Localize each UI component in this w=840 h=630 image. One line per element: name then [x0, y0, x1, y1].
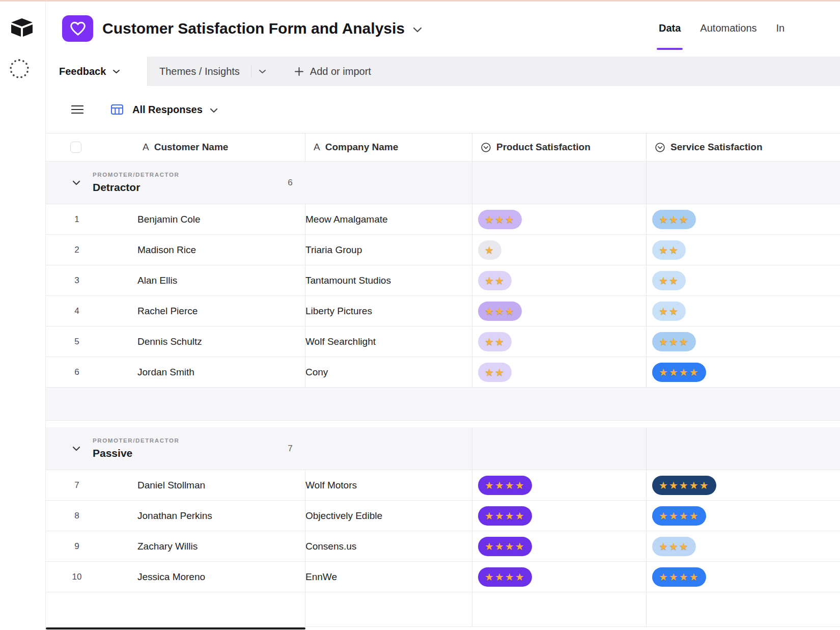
group-name: Detractor: [93, 181, 179, 194]
horizontal-scrollbar-thumb[interactable]: [46, 627, 305, 629]
table-row[interactable]: 5Dennis SchultzWolf Searchlight★★★★★: [46, 326, 840, 357]
row-number: 9: [70, 541, 83, 552]
select-all-checkbox[interactable]: [70, 142, 81, 153]
service-rating-pill[interactable]: ★★★★★: [652, 476, 716, 495]
table-row[interactable]: 7Daniel StollmanWolf Motors★★★★★★★★★: [46, 470, 840, 501]
service-rating-pill[interactable]: ★★★: [652, 537, 696, 556]
app-header: Customer Satisfaction Form and Analysis …: [46, 0, 840, 57]
column-label: Service Satisfaction: [670, 142, 763, 153]
tab-feedback[interactable]: Feedback: [46, 57, 148, 86]
row-number: 4: [70, 306, 83, 316]
customer-name-cell: Rachel Pierce: [137, 306, 198, 317]
app-window: Customer Satisfaction Form and Analysis …: [0, 0, 840, 630]
tab-themes-insights[interactable]: Themes / Insights: [159, 65, 266, 77]
dotted-circle-icon[interactable]: [10, 59, 29, 78]
grid-view-icon: [111, 104, 123, 115]
nav-interfaces[interactable]: Interfaces: [774, 0, 785, 57]
service-rating-pill[interactable]: ★★★★: [652, 567, 706, 587]
service-rating-pill[interactable]: ★★: [652, 271, 686, 290]
customer-name-cell: Dennis Schultz: [137, 336, 202, 347]
service-rating-pill[interactable]: ★★★: [652, 332, 696, 351]
add-or-import-button[interactable]: Add or import: [295, 66, 371, 77]
table-row: [46, 592, 840, 627]
product-rating-pill[interactable]: ★★★★: [478, 476, 532, 495]
row-number: 2: [70, 245, 83, 255]
product-rating-pill[interactable]: ★★★: [478, 302, 522, 321]
company-name-cell: Wolf Motors: [305, 480, 357, 491]
nav-automations[interactable]: Automations: [698, 0, 759, 57]
company-name-cell: EnnWe: [305, 571, 337, 583]
product-rating-pill[interactable]: ★: [478, 240, 501, 260]
chevron-down-icon: [113, 69, 120, 74]
company-name-cell: Tantamount Studios: [305, 275, 391, 286]
nav-interfaces-label: Interfaces: [776, 22, 785, 34]
row-number: 7: [70, 480, 83, 490]
product-rating-pill[interactable]: ★★★★: [478, 567, 532, 587]
window-top-strip: [0, 0, 840, 2]
heart-icon: [70, 21, 86, 36]
group-header-row: PROMOTER/DETRACTORDetractor6: [46, 161, 840, 204]
row-number: 1: [70, 214, 83, 225]
chevron-down-icon[interactable]: [259, 69, 266, 74]
company-name-cell: Consens.us: [305, 541, 356, 552]
service-rating-pill[interactable]: ★★★★: [652, 363, 706, 382]
table-row[interactable]: 6Jordan SmithCony★★★★★★: [46, 357, 840, 388]
group-name: Passive: [93, 447, 179, 459]
table-tab-bar: Feedback Themes / Insights Add or import: [46, 57, 840, 86]
service-rating-pill[interactable]: ★★★★: [652, 506, 706, 526]
product-rating-pill[interactable]: ★★: [478, 363, 512, 382]
customer-name-cell: Jordan Smith: [137, 367, 194, 378]
product-rating-pill[interactable]: ★★★★: [478, 537, 532, 556]
airtable-logo-icon[interactable]: [10, 17, 34, 38]
table-row[interactable]: 8Jonathan PerkinsObjectively Edible★★★★★…: [46, 501, 840, 531]
row-number: 3: [70, 276, 83, 286]
chevron-down-icon[interactable]: [210, 108, 218, 113]
row-number: 6: [70, 367, 83, 377]
product-rating-pill[interactable]: ★★: [478, 271, 512, 290]
product-rating-pill[interactable]: ★★★★: [478, 506, 532, 526]
group-collapse-icon[interactable]: [72, 446, 80, 451]
company-name-cell: Wolf Searchlight: [305, 336, 376, 347]
customer-name-cell: Jessica Moreno: [137, 571, 205, 583]
table-body: PROMOTER/DETRACTORDetractor61Benjamin Co…: [46, 161, 840, 627]
service-rating-pill[interactable]: ★★: [652, 240, 686, 260]
column-label: Company Name: [325, 142, 399, 153]
service-rating-pill[interactable]: ★★: [652, 302, 686, 321]
group-gap: [46, 421, 840, 427]
chevron-down-icon[interactable]: [413, 27, 422, 33]
column-label: Product Satisfaction: [496, 142, 591, 153]
select-field-icon: [655, 142, 665, 153]
group-collapse-icon[interactable]: [72, 180, 80, 185]
grid-table: A Customer Name A Company Name Product S…: [46, 133, 840, 627]
table-row[interactable]: 9Zachary WillisConsens.us★★★★★★★: [46, 531, 840, 562]
header-cell-customer-name[interactable]: A Customer Name: [46, 133, 305, 161]
group-footer: [46, 388, 840, 421]
product-rating-pill[interactable]: ★★★: [478, 210, 522, 229]
text-field-icon: A: [143, 142, 149, 153]
header-cell-product-satisfaction[interactable]: Product Satisfaction: [472, 133, 647, 161]
table-row[interactable]: 10Jessica MorenoEnnWe★★★★★★★★: [46, 562, 840, 592]
table-header-row: A Customer Name A Company Name Product S…: [46, 133, 840, 161]
group-count: 6: [283, 178, 298, 188]
company-name-cell: Liberty Pictures: [305, 306, 372, 317]
view-sidebar-toggle-icon[interactable]: [71, 105, 83, 114]
header-cell-company-name[interactable]: A Company Name: [305, 133, 472, 161]
plus-icon: [295, 67, 303, 76]
nav-automations-label: Automations: [700, 22, 757, 34]
view-switcher[interactable]: All Responses: [132, 104, 203, 116]
select-field-icon: [481, 142, 491, 153]
table-row[interactable]: 3Alan EllisTantamount Studios★★★★: [46, 265, 840, 296]
column-label: Customer Name: [154, 142, 229, 153]
nav-data[interactable]: Data: [657, 0, 683, 57]
company-name-cell: Objectively Edible: [305, 510, 382, 522]
table-row[interactable]: 1Benjamin ColeMeow Amalgamate★★★★★★: [46, 204, 840, 235]
table-row[interactable]: 2Madison RiceTriaria Group★★★: [46, 235, 840, 265]
customer-name-cell: Zachary Willis: [137, 541, 198, 552]
service-rating-pill[interactable]: ★★★: [652, 210, 696, 229]
customer-name-cell: Madison Rice: [137, 244, 196, 256]
customer-name-cell: Benjamin Cole: [137, 214, 201, 225]
base-icon[interactable]: [62, 15, 93, 42]
header-cell-service-satisfaction[interactable]: Service Satisfaction: [647, 133, 840, 161]
table-row[interactable]: 4Rachel PierceLiberty Pictures★★★★★: [46, 296, 840, 326]
product-rating-pill[interactable]: ★★: [478, 332, 512, 351]
